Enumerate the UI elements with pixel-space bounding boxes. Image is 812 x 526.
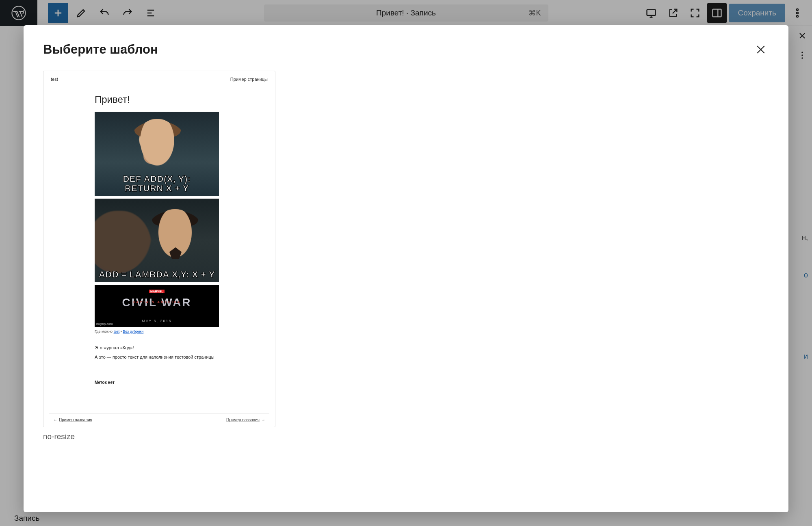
- preview-post-nav: ←Пример названия Пример названия→: [49, 413, 269, 423]
- preview-no-tags: Меток нет: [95, 380, 269, 385]
- preview-site-title: test: [51, 77, 58, 82]
- template-option[interactable]: test Пример страницы Привет! DEF ADD(X, …: [43, 71, 275, 427]
- modal-title: Выберите шаблон: [43, 42, 158, 57]
- preview-page-title: Привет!: [95, 94, 269, 105]
- choose-template-modal: Выберите шаблон test Пример страницы При…: [24, 25, 788, 512]
- template-name: no-resize: [43, 432, 769, 441]
- modal-close-button[interactable]: [752, 41, 770, 58]
- preview-sample-page-link: Пример страницы: [230, 77, 268, 82]
- preview-paragraph: А это — просто текст для наполнения тест…: [95, 354, 269, 360]
- preview-tags: Где можно test • Без рубрики: [95, 329, 269, 333]
- preview-paragraph: Это журнал «Код»!: [95, 345, 269, 351]
- preview-meme-image: DEF ADD(X, Y): RETURN X + Y ADD = LAMBDA…: [95, 112, 219, 327]
- template-preview: test Пример страницы Привет! DEF ADD(X, …: [43, 71, 275, 427]
